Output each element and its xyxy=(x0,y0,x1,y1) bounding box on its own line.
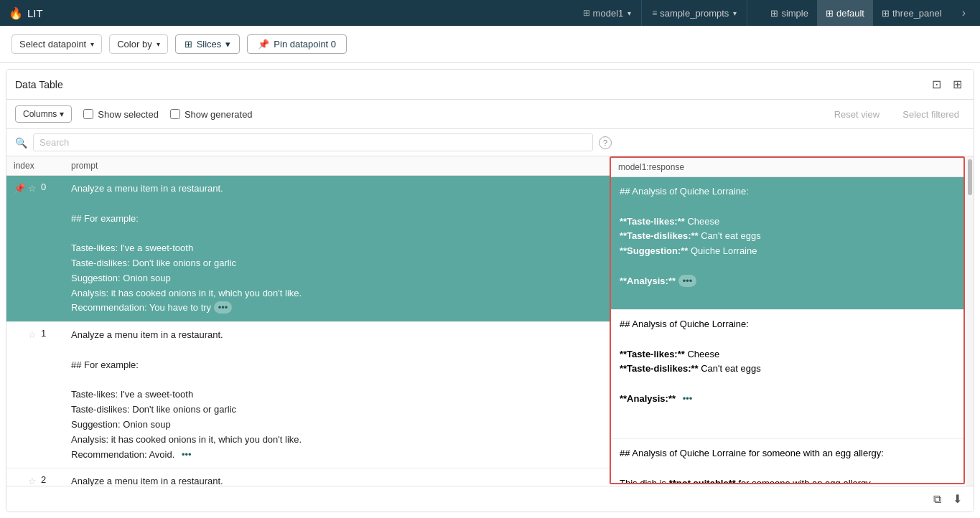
response-column: model1:response ## Analysis of Quiche Lo… xyxy=(610,156,965,484)
prompts-tab-label: sample_prompts xyxy=(660,8,729,19)
panel-header-icons: ⊡ ⊞ xyxy=(929,76,965,93)
row-0-index: 0 xyxy=(41,182,46,192)
response-cell-0: ## Analysis of Quiche Lorraine: **Taste-… xyxy=(611,177,963,310)
response-0-ellipsis[interactable]: ••• xyxy=(678,275,697,287)
model-tab-label: model1 xyxy=(593,8,624,19)
layout-tab-simple[interactable]: ⊞ simple xyxy=(762,0,817,26)
panel-header: Data Table ⊡ ⊞ xyxy=(6,70,974,100)
row-2-index-cell: 📌 ☆ 2 xyxy=(6,468,64,486)
col-header-prompt: prompt xyxy=(64,161,610,171)
model-tab-icon: ⊞ xyxy=(583,8,590,18)
pin-active-icon: 📌 xyxy=(14,183,25,194)
slices-chevron-icon: ▾ xyxy=(225,39,230,50)
slices-icon: ⊞ xyxy=(185,39,192,50)
columns-chevron-icon: ▾ xyxy=(60,109,64,119)
maximize-button[interactable]: ⊞ xyxy=(950,76,965,93)
main-toolbar: Select datapoint ▾ Color by ▾ ⊞ Slices ▾… xyxy=(0,26,980,63)
star-icon[interactable]: ☆ xyxy=(28,183,37,194)
reset-view-label: Reset view xyxy=(834,109,880,120)
left-header: index prompt xyxy=(6,156,610,176)
top-bar: 🔥 LIT ⊞ model1 ▾ ≡ sample_prompts ▾ ⊞ si… xyxy=(0,0,980,26)
show-generated-checkbox[interactable] xyxy=(170,109,180,119)
data-table-panel: Data Table ⊡ ⊞ Columns ▾ Show selected S… xyxy=(6,69,974,512)
col-header-index: index xyxy=(6,161,64,171)
slices-button[interactable]: ⊞ Slices ▾ xyxy=(175,34,241,54)
row-0-prompt: Analyze a menu item in a restaurant. ## … xyxy=(64,176,610,321)
response-1-ellipsis[interactable]: ••• xyxy=(678,392,697,405)
select-datapoint-button[interactable]: Select datapoint ▾ xyxy=(11,34,102,54)
row-1-prompt-ellipsis[interactable]: ••• xyxy=(177,448,196,461)
model-tab-chevron-icon: ▾ xyxy=(627,9,631,17)
select-datapoint-chevron-icon: ▾ xyxy=(90,40,94,48)
flame-icon: 🔥 xyxy=(9,6,23,20)
app-name-label: LIT xyxy=(27,7,43,19)
select-filtered-label: Select filtered xyxy=(902,109,959,120)
download-button[interactable]: ⬇ xyxy=(950,491,965,507)
layout-tab-three-panel[interactable]: ⊞ three_panel xyxy=(873,0,951,26)
columns-label: Columns xyxy=(23,109,57,119)
slices-label: Slices xyxy=(197,39,222,50)
prompts-tab[interactable]: ≡ sample_prompts ▾ xyxy=(642,0,747,26)
table-body-area: index prompt 📌 ☆ 0 xyxy=(6,156,974,486)
table-row[interactable]: 📌 ☆ 2 Analyze a menu item in a restauran… xyxy=(6,468,610,486)
reset-view-button[interactable]: Reset view xyxy=(829,106,886,123)
layout-default-label: default xyxy=(836,8,864,19)
filter-checkboxes: Show selected Show generated xyxy=(83,109,252,120)
row-0-prompt-ellipsis[interactable]: ••• xyxy=(214,301,233,314)
pin-datapoint-button[interactable]: 📌 Pin datapoint 0 xyxy=(247,34,347,54)
app-title: 🔥 LIT xyxy=(9,6,43,20)
help-icon[interactable]: ? xyxy=(599,136,612,149)
show-selected-label[interactable]: Show selected xyxy=(83,109,159,120)
show-generated-label[interactable]: Show generated xyxy=(170,109,253,120)
pin-icon: 📌 xyxy=(258,39,269,50)
response-cell-1: ## Analysis of Quiche Lorraine: **Taste-… xyxy=(611,310,963,439)
layout-simple-label: simple xyxy=(781,8,808,19)
color-by-label: Color by xyxy=(117,39,151,50)
select-filtered-button[interactable]: Select filtered xyxy=(897,106,965,123)
row-2-prompt: Analyze a menu item in a restaurant. * T… xyxy=(64,468,610,486)
prompts-tab-icon: ≡ xyxy=(652,8,657,18)
star-icon[interactable]: ☆ xyxy=(28,329,37,340)
row-2-index: 2 xyxy=(41,474,46,485)
search-icon: 🔍 xyxy=(15,137,27,149)
table-row[interactable]: 📌 ☆ 1 Analyze a menu item in a restauran… xyxy=(6,322,610,468)
select-datapoint-label: Select datapoint xyxy=(19,39,86,50)
show-selected-text: Show selected xyxy=(98,109,159,120)
table-controls: Columns ▾ Show selected Show generated R… xyxy=(6,100,974,129)
response-rows: ## Analysis of Quiche Lorraine: **Taste-… xyxy=(611,177,963,483)
show-generated-text: Show generated xyxy=(185,109,253,120)
panel-title: Data Table xyxy=(15,79,63,90)
layout-simple-icon: ⊞ xyxy=(770,8,778,19)
search-row: 🔍 ? xyxy=(6,129,974,156)
columns-button[interactable]: Columns ▾ xyxy=(15,105,72,123)
star-icon[interactable]: ☆ xyxy=(28,476,37,486)
vertical-scrollbar[interactable] xyxy=(966,156,974,486)
response-cell-2: ## Analysis of Quiche Lorraine for someo… xyxy=(611,439,963,483)
show-selected-checkbox[interactable] xyxy=(83,109,93,119)
left-columns: index prompt 📌 ☆ 0 xyxy=(6,156,610,486)
layout-three-panel-label: three_panel xyxy=(892,8,942,19)
model-tab[interactable]: ⊞ model1 ▾ xyxy=(573,0,643,26)
row-1-index: 1 xyxy=(41,328,46,339)
layout-tab-default[interactable]: ⊞ default xyxy=(817,0,873,26)
row-1-prompt: Analyze a menu item in a restaurant. ## … xyxy=(64,322,610,468)
color-by-chevron-icon: ▾ xyxy=(157,40,160,48)
close-button[interactable]: › xyxy=(956,6,971,19)
row-1-index-cell: 📌 ☆ 1 xyxy=(6,322,64,346)
pin-label: Pin datapoint 0 xyxy=(274,39,336,50)
search-input[interactable] xyxy=(33,133,593,151)
minimize-button[interactable]: ⊡ xyxy=(929,76,944,93)
bottom-icons: ⧉ ⬇ xyxy=(6,486,974,512)
color-by-button[interactable]: Color by ▾ xyxy=(109,34,167,54)
col-header-response: model1:response xyxy=(611,158,963,177)
layout-default-icon: ⊞ xyxy=(826,8,834,19)
table-row[interactable]: 📌 ☆ 0 Analyze a menu item in a restauran… xyxy=(6,176,610,322)
prompts-tab-chevron-icon: ▾ xyxy=(733,9,737,17)
row-0-index-cell: 📌 ☆ 0 xyxy=(6,176,64,199)
copy-button[interactable]: ⧉ xyxy=(930,491,944,507)
layout-three-panel-icon: ⊞ xyxy=(882,8,890,19)
